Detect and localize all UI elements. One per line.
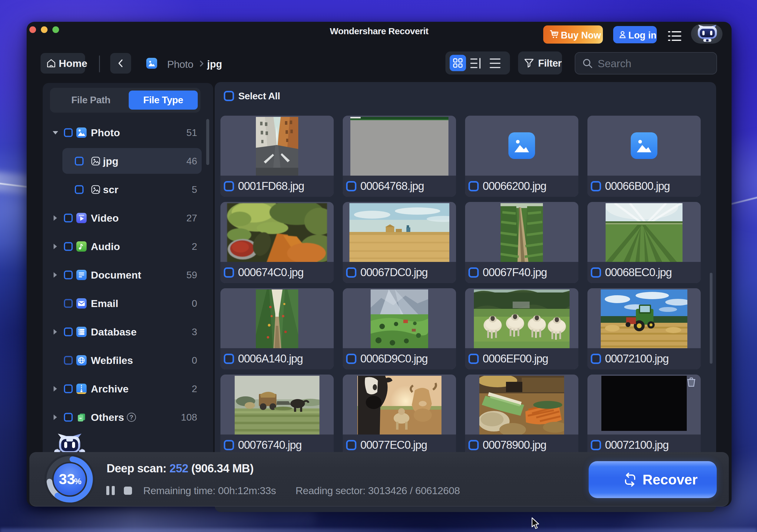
svg-text:33: 33	[59, 471, 75, 487]
svg-text:%: %	[74, 477, 81, 486]
